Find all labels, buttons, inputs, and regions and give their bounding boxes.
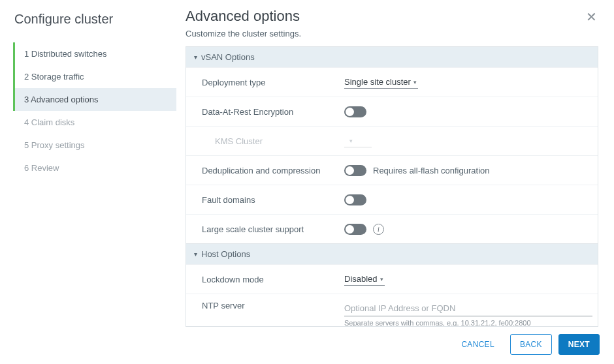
fault-domains-label: Fault domains xyxy=(202,195,344,205)
row-kms-cluster: KMS Cluster ▾ xyxy=(186,126,598,155)
lockdown-label: Lockdown mode xyxy=(202,275,344,284)
dedup-label: Deduplication and compression xyxy=(202,166,344,175)
chevron-down-icon: ▾ xyxy=(380,276,383,282)
chevron-down-icon: ▾ xyxy=(349,138,353,144)
main-panel: Advanced options ✕ Customize the cluster… xyxy=(176,0,614,364)
deployment-type-label: Deployment type xyxy=(202,78,344,87)
wizard-steps: 1 Distributed switches 2 Storage traffic… xyxy=(13,42,176,179)
kms-cluster-label: KMS Cluster xyxy=(215,136,344,146)
dedup-toggle[interactable] xyxy=(344,165,366,176)
info-icon[interactable]: i xyxy=(373,224,384,235)
chevron-down-icon: ▾ xyxy=(194,53,197,61)
step-claim-disks[interactable]: 4 Claim disks xyxy=(13,111,176,134)
host-section-title: Host Options xyxy=(201,249,250,259)
next-button[interactable]: NEXT xyxy=(558,334,600,355)
deployment-type-select[interactable]: Single site cluster ▾ xyxy=(344,76,418,89)
row-large-scale: Large scale cluster support i xyxy=(186,214,598,243)
vsan-section-title: vSAN Options xyxy=(201,52,255,62)
step-distributed-switches[interactable]: 1 Distributed switches xyxy=(13,42,176,65)
data-at-rest-toggle[interactable] xyxy=(344,106,366,117)
row-data-at-rest: Data-At-Rest Encryption xyxy=(186,97,598,126)
row-fault-domains: Fault domains xyxy=(186,185,598,214)
chevron-down-icon: ▾ xyxy=(413,79,417,85)
close-button[interactable]: ✕ xyxy=(585,9,598,25)
cancel-button[interactable]: CANCEL xyxy=(452,335,503,354)
wizard-footer: CANCEL BACK NEXT xyxy=(452,334,600,355)
sidebar-title: Configure cluster xyxy=(14,12,176,27)
large-scale-label: Large scale cluster support xyxy=(202,224,344,234)
row-dedup: Deduplication and compression Requires a… xyxy=(186,155,598,185)
kms-cluster-select: ▾ xyxy=(344,134,372,147)
step-proxy-settings[interactable]: 5 Proxy settings xyxy=(13,134,176,157)
form-scroll[interactable]: ▾ vSAN Options Deployment type Single si… xyxy=(186,46,598,327)
step-review[interactable]: 6 Review xyxy=(13,157,176,179)
row-lockdown: Lockdown mode Disabled ▾ xyxy=(186,264,598,294)
large-scale-toggle[interactable] xyxy=(344,224,366,235)
fault-domains-toggle[interactable] xyxy=(344,194,366,205)
lockdown-select[interactable]: Disabled ▾ xyxy=(344,273,385,286)
dedup-note: Requires all-flash configuration xyxy=(373,166,489,175)
vsan-section-header[interactable]: ▾ vSAN Options xyxy=(186,47,598,67)
ntp-input[interactable] xyxy=(344,301,592,316)
page-subtitle: Customize the cluster settings. xyxy=(186,29,598,38)
row-deployment-type: Deployment type Single site cluster ▾ xyxy=(186,67,598,97)
host-section-header[interactable]: ▾ Host Options xyxy=(186,243,598,264)
step-storage-traffic[interactable]: 2 Storage traffic xyxy=(13,65,176,88)
close-icon: ✕ xyxy=(586,10,597,24)
ntp-label: NTP server xyxy=(202,301,344,311)
data-at-rest-label: Data-At-Rest Encryption xyxy=(202,107,344,117)
wizard-sidebar: Configure cluster 1 Distributed switches… xyxy=(0,0,176,364)
chevron-down-icon: ▾ xyxy=(194,250,197,258)
back-button[interactable]: BACK xyxy=(510,334,552,355)
ntp-helper: Separate servers with commas, e.g. 10.31… xyxy=(344,319,531,327)
row-ntp: NTP server Separate servers with commas,… xyxy=(186,294,598,327)
page-title: Advanced options xyxy=(186,8,300,25)
step-advanced-options[interactable]: 3 Advanced options xyxy=(13,88,176,111)
